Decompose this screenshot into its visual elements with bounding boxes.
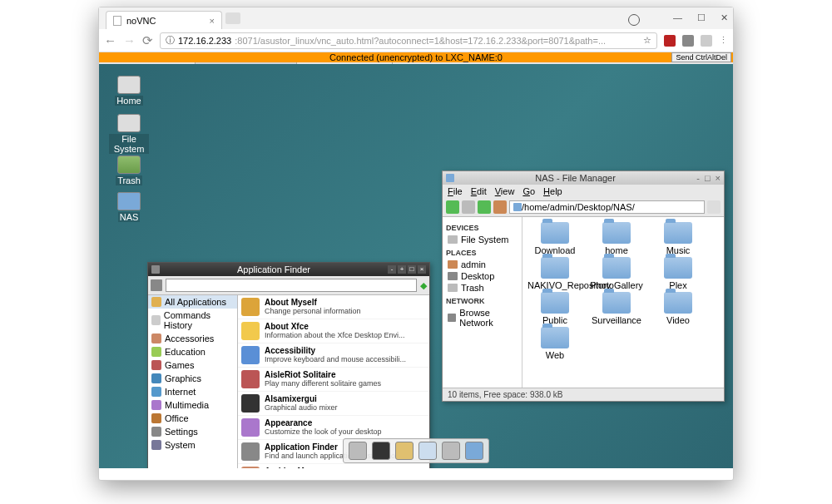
- filemanager-titlebar[interactable]: NAS - File Manager - □ ×: [443, 171, 724, 185]
- close-icon[interactable]: ✕: [721, 12, 728, 23]
- tab-close-icon[interactable]: ×: [210, 16, 215, 26]
- dock-filemanager[interactable]: [395, 442, 414, 460]
- chrome-menu-icon[interactable]: ⋮: [719, 35, 728, 46]
- dock-terminal[interactable]: [372, 442, 390, 460]
- category-item[interactable]: Accessories: [148, 332, 237, 345]
- category-icon: [151, 373, 161, 383]
- app-item[interactable]: Archive ManagerCreate and modify an arch…: [238, 464, 429, 468]
- dock-folder[interactable]: [465, 442, 483, 460]
- dock-show-desktop[interactable]: [349, 442, 367, 460]
- category-icon: [151, 413, 161, 423]
- address-bar[interactable]: ⓘ 172.16.2.233 :8071/asustor_linux/vnc_a…: [160, 32, 657, 49]
- folder-item[interactable]: Download: [527, 222, 582, 255]
- category-item[interactable]: Settings: [148, 425, 237, 438]
- extension-icon[interactable]: [664, 35, 676, 47]
- file-pane[interactable]: DownloadhomeMusicNAKIVO_RepositoryPhotoG…: [522, 217, 724, 388]
- sidebar-item[interactable]: Trash: [446, 282, 518, 294]
- minimize-icon[interactable]: -: [696, 173, 700, 183]
- back-button[interactable]: ←: [104, 33, 116, 47]
- folder-item[interactable]: Surveillance: [589, 292, 644, 325]
- page-icon: [113, 16, 121, 26]
- new-tab-button[interactable]: [225, 12, 240, 24]
- minimize-icon[interactable]: —: [673, 12, 682, 23]
- path-bar[interactable]: /home/admin/Desktop/NAS/: [509, 200, 705, 214]
- category-icon: [151, 360, 161, 370]
- app-item[interactable]: AisleRiot SolitairePlay many different s…: [238, 368, 429, 392]
- category-item[interactable]: Commands History: [148, 309, 237, 332]
- app-item[interactable]: AlsamixerguiGraphical audio mixer: [238, 392, 429, 416]
- appfinder-titlebar[interactable]: Application Finder - + □ ×: [148, 263, 429, 276]
- menu-help[interactable]: Help: [543, 186, 562, 196]
- app-item[interactable]: AccessibilityImprove keyboard and mouse …: [238, 343, 429, 368]
- menu-edit[interactable]: Edit: [471, 186, 487, 196]
- menu-file[interactable]: File: [448, 186, 463, 196]
- maximize-icon[interactable]: +: [398, 265, 406, 274]
- folder-item[interactable]: Plex: [651, 257, 706, 290]
- place-icon: [448, 314, 456, 322]
- maximize-icon[interactable]: ☐: [697, 12, 706, 23]
- minimize-icon[interactable]: -: [388, 265, 396, 274]
- forward-button[interactable]: →: [123, 33, 136, 47]
- category-item[interactable]: System: [148, 438, 237, 452]
- category-item[interactable]: Internet: [148, 385, 237, 398]
- category-item[interactable]: Education: [148, 345, 237, 358]
- go-icon[interactable]: ◆: [420, 280, 427, 291]
- statusbar: 10 items, Free space: 938.0 kB: [443, 388, 724, 401]
- url-host: 172.16.2.233: [178, 36, 231, 46]
- category-item[interactable]: Games: [148, 358, 237, 372]
- desktop-icon-file-system[interactable]: File System: [109, 114, 149, 154]
- reload-button[interactable]: ⟳: [142, 33, 153, 48]
- back-button[interactable]: [446, 200, 459, 214]
- extension-icon[interactable]: [682, 35, 694, 47]
- home-button[interactable]: [493, 200, 507, 214]
- folder-item[interactable]: PhotoGallery: [589, 257, 644, 290]
- refresh-button[interactable]: [707, 200, 721, 214]
- folder-icon: [513, 203, 522, 211]
- sidebar-item[interactable]: admin: [446, 259, 518, 270]
- appfinder-window: Application Finder - + □ × ◆ All Applica…: [147, 262, 430, 468]
- desktop[interactable]: HomeFile SystemTrashNAS Application Find…: [99, 64, 733, 468]
- dock-web-browser[interactable]: [418, 442, 437, 460]
- folder-item[interactable]: Music: [651, 222, 706, 255]
- desktop-icon-home[interactable]: Home: [109, 76, 149, 106]
- chrome-tab[interactable]: noVNC ×: [106, 11, 222, 29]
- extension-icon[interactable]: [701, 35, 712, 47]
- desktop-icon-trash[interactable]: Trash: [109, 156, 149, 185]
- category-icon: [151, 347, 161, 357]
- category-item[interactable]: Office: [148, 412, 237, 425]
- category-icon: [151, 427, 161, 437]
- maximize-icon[interactable]: □: [705, 173, 711, 183]
- category-item[interactable]: Multimedia: [148, 398, 237, 412]
- folder-item[interactable]: Public: [527, 292, 582, 325]
- sidebar-item[interactable]: File System: [446, 234, 518, 245]
- app-item[interactable]: About XfceInformation about the Xfce Des…: [238, 319, 429, 343]
- site-info-icon[interactable]: ⓘ: [166, 34, 175, 47]
- path-text: /home/admin/Desktop/NAS/: [522, 202, 635, 212]
- app-item[interactable]: About MyselfChange personal information: [238, 295, 429, 319]
- desktop-icon-nas[interactable]: NAS: [109, 192, 149, 222]
- menu-view[interactable]: View: [495, 186, 515, 196]
- forward-button[interactable]: [462, 200, 475, 214]
- chrome-user-icon[interactable]: [628, 14, 640, 26]
- appfinder-search-input[interactable]: [166, 279, 417, 292]
- sidebar-item[interactable]: Desktop: [446, 270, 518, 282]
- category-item[interactable]: All Applications: [148, 295, 237, 309]
- folder-item[interactable]: NAKIVO_Repository: [527, 257, 582, 290]
- close-icon[interactable]: ×: [418, 265, 426, 274]
- vnc-status-text: Connected (unencrypted) to LXC_NAME:0: [329, 52, 503, 62]
- up-button[interactable]: [478, 200, 491, 214]
- bookmark-icon[interactable]: ☆: [643, 35, 651, 46]
- menu-go[interactable]: Go: [522, 186, 535, 196]
- sidebar-item[interactable]: Browse Network: [446, 307, 518, 329]
- search-icon: [151, 279, 162, 291]
- folder-item[interactable]: Video: [651, 292, 706, 325]
- send-ctrlaltdel-button[interactable]: Send CtrlAltDel: [671, 52, 731, 62]
- url-path: :8071/asustor_linux/vnc_auto.html?autoco…: [235, 36, 606, 46]
- app-item[interactable]: AppearanceCustomize the look of your des…: [238, 416, 429, 440]
- folder-item[interactable]: home: [589, 222, 644, 255]
- maximize-icon[interactable]: □: [408, 265, 416, 274]
- folder-item[interactable]: Web: [527, 327, 582, 360]
- category-item[interactable]: Graphics: [148, 372, 237, 385]
- dock-appfinder[interactable]: [442, 442, 460, 460]
- close-icon[interactable]: ×: [716, 173, 721, 183]
